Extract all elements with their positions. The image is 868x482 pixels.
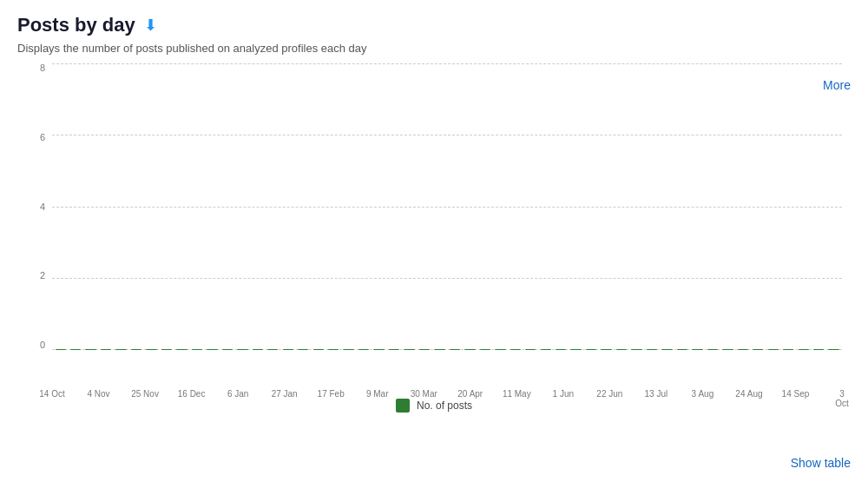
bar[interactable] bbox=[253, 349, 263, 350]
bar-group bbox=[645, 349, 658, 350]
show-table-button[interactable]: Show table bbox=[791, 456, 851, 470]
bar-group bbox=[797, 349, 810, 350]
bar[interactable] bbox=[525, 349, 536, 350]
bar-group bbox=[403, 349, 416, 350]
bar[interactable] bbox=[753, 349, 763, 350]
bar[interactable] bbox=[647, 349, 657, 350]
bar[interactable] bbox=[495, 349, 505, 350]
bar-group bbox=[448, 349, 461, 350]
bar[interactable] bbox=[115, 349, 126, 350]
bar[interactable] bbox=[161, 349, 172, 350]
bar[interactable] bbox=[389, 349, 399, 350]
bar[interactable] bbox=[828, 349, 838, 350]
bar[interactable] bbox=[298, 349, 308, 350]
bar[interactable] bbox=[358, 349, 369, 350]
bar[interactable] bbox=[283, 349, 293, 350]
bar[interactable] bbox=[313, 349, 324, 350]
bar[interactable] bbox=[70, 349, 81, 350]
legend-color-box bbox=[396, 399, 410, 413]
bar-group bbox=[766, 349, 779, 350]
bar[interactable] bbox=[373, 349, 384, 350]
x-axis-label: 30 Mar bbox=[411, 389, 437, 399]
x-axis-label: 4 Nov bbox=[87, 389, 109, 399]
bar-group bbox=[478, 349, 491, 350]
bar[interactable] bbox=[707, 349, 718, 350]
bar[interactable] bbox=[601, 349, 611, 350]
bar[interactable] bbox=[586, 349, 596, 350]
bar-group bbox=[721, 349, 734, 350]
bar[interactable] bbox=[510, 349, 521, 350]
bar-group bbox=[782, 349, 795, 350]
bar-group bbox=[600, 349, 613, 350]
bar[interactable] bbox=[768, 349, 779, 350]
bar[interactable] bbox=[207, 349, 217, 350]
bar[interactable] bbox=[85, 349, 95, 350]
bar[interactable] bbox=[738, 349, 748, 350]
x-axis-label: 14 Sep bbox=[782, 389, 810, 399]
bar[interactable] bbox=[570, 349, 581, 350]
legend: No. of posts bbox=[17, 399, 851, 413]
y-axis-label: 4 bbox=[17, 202, 50, 212]
bar-group bbox=[145, 349, 158, 350]
bar-group bbox=[312, 349, 325, 350]
bar-group bbox=[160, 349, 173, 350]
bar[interactable] bbox=[799, 349, 809, 350]
bar[interactable] bbox=[480, 349, 490, 350]
bar[interactable] bbox=[722, 349, 733, 350]
bar[interactable] bbox=[434, 349, 444, 350]
bar[interactable] bbox=[450, 349, 460, 350]
bar[interactable] bbox=[237, 349, 247, 350]
bar-group bbox=[615, 349, 628, 350]
download-icon[interactable]: ⬇ bbox=[144, 16, 157, 35]
bar-group bbox=[175, 349, 188, 350]
bar[interactable] bbox=[146, 349, 156, 350]
x-axis-label: 27 Jan bbox=[272, 389, 298, 399]
bar-group bbox=[752, 349, 765, 350]
grid-and-bars bbox=[52, 63, 842, 350]
bar[interactable] bbox=[101, 349, 111, 350]
bar-group bbox=[554, 349, 567, 350]
bar[interactable] bbox=[419, 349, 430, 350]
bar[interactable] bbox=[616, 349, 627, 350]
bar-group bbox=[509, 349, 522, 350]
bar[interactable] bbox=[267, 349, 278, 350]
bar[interactable] bbox=[783, 349, 793, 350]
bar[interactable] bbox=[661, 349, 672, 350]
bar[interactable] bbox=[56, 349, 66, 350]
bar-group bbox=[129, 349, 142, 350]
bar[interactable] bbox=[541, 349, 551, 350]
bar[interactable] bbox=[556, 349, 566, 350]
bar-group bbox=[418, 349, 431, 350]
header-row: Posts by day ⬇ bbox=[17, 14, 851, 36]
bar[interactable] bbox=[404, 349, 414, 350]
bar-group bbox=[706, 349, 719, 350]
bar[interactable] bbox=[631, 349, 641, 350]
bar[interactable] bbox=[192, 349, 202, 350]
bar[interactable] bbox=[813, 349, 824, 350]
legend-label: No. of posts bbox=[417, 399, 472, 412]
bar-group bbox=[524, 349, 537, 350]
bar[interactable] bbox=[131, 349, 141, 350]
bar-group bbox=[539, 349, 552, 350]
bar[interactable] bbox=[176, 349, 187, 350]
y-axis: 02468 bbox=[17, 63, 50, 350]
bar-group bbox=[736, 349, 749, 350]
subtitle: Displays the number of posts published o… bbox=[17, 42, 851, 55]
bars-container bbox=[52, 63, 842, 350]
page-container: Posts by day ⬇ Displays the number of po… bbox=[0, 0, 868, 482]
bar-group bbox=[661, 349, 674, 350]
bar[interactable] bbox=[677, 349, 687, 350]
bar[interactable] bbox=[692, 349, 702, 350]
bar-group bbox=[236, 349, 249, 350]
bar[interactable] bbox=[222, 349, 233, 350]
bar[interactable] bbox=[464, 349, 475, 350]
bar-group bbox=[220, 349, 233, 350]
chart-area: 02468 14 Oct4 Nov25 Nov16 Dec6 Jan27 Jan… bbox=[17, 63, 851, 393]
bar-group bbox=[387, 349, 400, 350]
bar[interactable] bbox=[343, 349, 353, 350]
bar-group bbox=[569, 349, 582, 350]
bar-group bbox=[342, 349, 355, 350]
bar[interactable] bbox=[328, 349, 339, 350]
x-axis-label: 13 Jul bbox=[645, 389, 668, 399]
bar-group bbox=[69, 349, 82, 350]
